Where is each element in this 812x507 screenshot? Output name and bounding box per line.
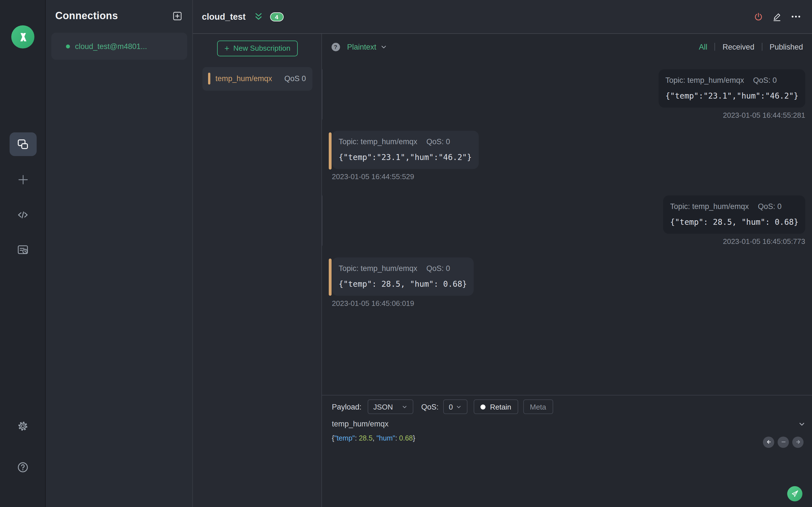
message-topic: Topic: temp_hum/emqx (665, 76, 744, 84)
mqttx-app: Connections cloud_test@m4801... cloud_te… (0, 0, 812, 507)
payload-token: "hum" (376, 434, 395, 442)
rail-item-script[interactable] (0, 209, 46, 221)
chevron-down-icon (456, 404, 462, 410)
message-topic-color-bar (329, 132, 331, 169)
payload-format-value: JSON (373, 402, 393, 411)
payload-format-help-icon[interactable]: ? (331, 43, 340, 51)
connections-icon (16, 138, 29, 151)
payload-token: : (395, 434, 399, 442)
message-published: Topic: temp_hum/emqx QoS: 0 {"temp": 28.… (322, 195, 812, 245)
payload-token: "temp" (334, 434, 355, 442)
message-payload: {"temp":"23.1","hum":"46.2"} (665, 91, 799, 100)
code-icon (16, 209, 29, 221)
subscription-topic: temp_hum/emqx (215, 74, 272, 83)
payload-token: } (413, 434, 415, 442)
message-qos: QoS: 0 (753, 76, 777, 84)
connection-status-dot (66, 44, 70, 48)
meta-button[interactable]: Meta (523, 399, 553, 414)
rail-item-settings[interactable] (0, 420, 46, 433)
message-count-badge: 4 (270, 12, 283, 21)
double-chevron-down-icon (253, 12, 263, 21)
arrow-left-icon (765, 438, 772, 446)
payload-token: , (372, 434, 376, 442)
history-next-button[interactable] (792, 436, 804, 448)
format-chevron-down-icon[interactable] (380, 43, 388, 50)
send-button[interactable] (787, 486, 802, 501)
message-area: ? Plaintext All Received Published (322, 34, 812, 507)
message-filterbar: ? Plaintext All Received Published (322, 34, 812, 60)
gear-icon (16, 420, 29, 433)
meta-label: Meta (530, 402, 546, 411)
payload-token: 0.68 (399, 434, 413, 442)
message-payload: {"temp": 28.5, "hum": 0.68} (339, 279, 467, 288)
chevron-down-icon (402, 404, 408, 410)
tab-received[interactable]: Received (723, 43, 755, 51)
message-bubble: Topic: temp_hum/emqx QoS: 0 {"temp": 28.… (663, 195, 805, 233)
message-bubble: Topic: temp_hum/emqx QoS: 0 {"temp": 28.… (332, 257, 474, 295)
connection-list-item[interactable]: cloud_test@m4801... (51, 33, 187, 60)
new-subscription-button[interactable]: + New Subscription (217, 40, 298, 56)
icon-rail (0, 0, 46, 507)
message-qos: QoS: 0 (426, 264, 450, 272)
right-region: cloud_test 4 (192, 0, 812, 507)
log-icon (16, 243, 29, 256)
rail-item-connections[interactable] (9, 132, 36, 156)
publish-panel: Payload: JSON QoS: 0 Retain (322, 395, 812, 507)
message-payload: {"temp": 28.5, "hum": 0.68} (670, 217, 799, 226)
subscriptions-panel: + New Subscription temp_hum/emqx QoS 0 (193, 34, 322, 507)
mqttx-logo-icon (17, 31, 29, 43)
add-connection-icon[interactable] (172, 11, 183, 21)
connection-name: cloud_test@m4801... (75, 42, 147, 50)
plus-icon (16, 173, 30, 186)
qos-dropdown[interactable]: 0 (443, 399, 467, 414)
payload-token: 28.5 (359, 434, 373, 442)
payload-label: Payload: (332, 402, 361, 411)
connection-title: cloud_test (202, 11, 246, 22)
rail-item-help[interactable] (0, 461, 46, 474)
tab-published[interactable]: Published (769, 43, 803, 51)
retain-label: Retain (490, 402, 511, 411)
payload-token: : (355, 434, 359, 442)
send-paper-plane-icon (791, 490, 799, 498)
history-clear-button[interactable] (777, 436, 789, 448)
message-timestamp: 2023-01-05 16:45:06:019 (332, 299, 414, 307)
rail-item-new-connection[interactable] (0, 173, 46, 186)
tab-all[interactable]: All (699, 43, 707, 51)
more-menu-icon[interactable] (791, 11, 801, 22)
publish-payload-editor[interactable]: {"temp": 28.5, "hum": 0.68} (332, 434, 415, 442)
help-icon (16, 461, 29, 474)
collapse-subscriptions-button[interactable] (253, 12, 263, 21)
collapse-publish-icon[interactable] (798, 420, 806, 431)
message-topic: Topic: temp_hum/emqx (339, 137, 417, 146)
connections-title: Connections (55, 10, 118, 22)
retain-dot-icon (480, 404, 486, 409)
tab-separator (715, 43, 715, 51)
payload-format-select[interactable]: Plaintext (347, 43, 376, 51)
disconnect-power-icon[interactable] (753, 11, 763, 22)
qos-value: 0 (449, 402, 453, 411)
message-timestamp: 2023-01-05 16:44:55:281 (723, 111, 805, 119)
rail-item-log[interactable] (0, 243, 46, 256)
connections-panel: Connections cloud_test@m4801... (46, 0, 192, 507)
message-qos: QoS: 0 (758, 202, 781, 210)
arrow-right-icon (794, 438, 802, 446)
retain-toggle[interactable]: Retain (474, 399, 518, 414)
mqttx-logo (11, 25, 35, 48)
message-bubble: Topic: temp_hum/emqx QoS: 0 {"temp":"23.… (332, 131, 478, 169)
qos-label: QoS: (421, 402, 439, 411)
minus-icon (779, 438, 787, 446)
message-topic-color-bar (329, 259, 331, 296)
message-qos: QoS: 0 (426, 137, 450, 146)
payload-format-dropdown[interactable]: JSON (368, 399, 413, 414)
publish-topic-input[interactable]: temp_hum/emqx (332, 420, 389, 428)
message-timestamp: 2023-01-05 16:45:05:773 (723, 237, 805, 245)
edit-pencil-icon[interactable] (772, 11, 782, 22)
subscription-list-item[interactable]: temp_hum/emqx QoS 0 (202, 67, 312, 91)
message-topic: Topic: temp_hum/emqx (670, 202, 749, 210)
history-prev-button[interactable] (763, 436, 774, 448)
connection-titlebar: cloud_test 4 (193, 0, 812, 34)
message-bubble: Topic: temp_hum/emqx QoS: 0 {"temp":"23.… (659, 69, 805, 107)
subscription-qos: QoS 0 (284, 74, 306, 83)
payload-token: { (332, 434, 334, 442)
tab-separator (762, 43, 762, 51)
